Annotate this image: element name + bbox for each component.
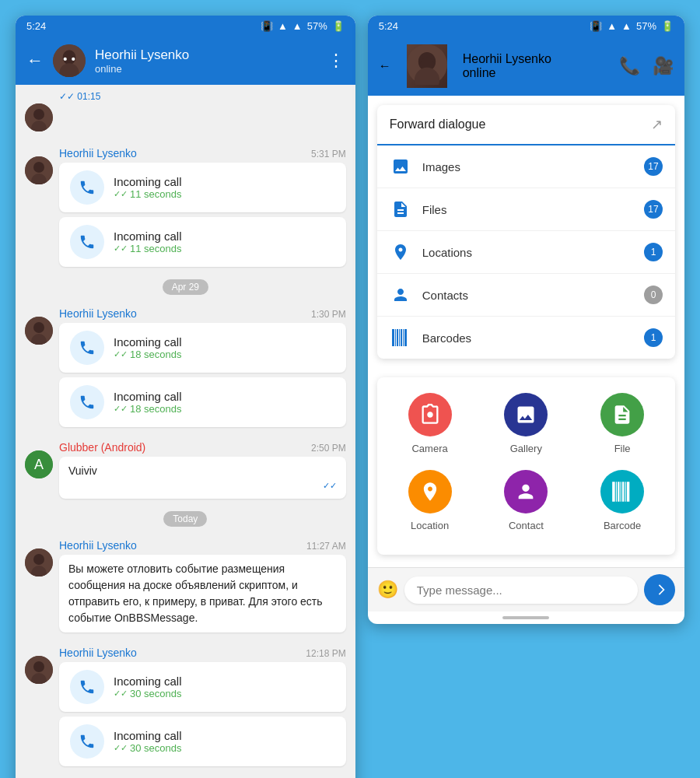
contact-item[interactable]: Contact: [485, 470, 566, 531]
call-icon-1a: [70, 170, 104, 205]
forward-title: Forward dialogue: [390, 117, 486, 131]
vibrate-icon-r: 📳: [590, 20, 602, 32]
messages-col-1: Heorhii Lysenko 5:31 PM Incoming call 11…: [59, 141, 346, 272]
sender-name-4: Heorhii Lysenko: [59, 647, 137, 659]
file-label: File: [614, 443, 631, 454]
sender-avatar-2: [25, 317, 53, 345]
svg-point-6: [33, 109, 44, 120]
left-phone: 5:24 📳 ▲ ▲ 57% 🔋 ← Heorhi: [16, 16, 355, 778]
glubber-name-row: Glubber (Android) 2:50 PM: [59, 441, 346, 454]
right-message-input-bar: 🙂: [368, 567, 684, 612]
call-icon-1b: [70, 225, 104, 259]
voice-call-button[interactable]: 📞: [619, 56, 640, 76]
file-item[interactable]: File: [582, 393, 663, 454]
right-avatar-image: [407, 44, 447, 88]
files-label: Files: [422, 203, 633, 216]
contact-info: Heorhii Lysenko online: [95, 47, 318, 75]
call-icon-2b: [70, 385, 104, 419]
battery-icon-r: 🔋: [661, 20, 674, 32]
locations-label: Locations: [422, 246, 633, 259]
signal-icon: ▲: [292, 20, 303, 32]
call-bubble-1b: Incoming call 11 seconds: [59, 217, 346, 267]
glubber-msg-footer: ✓✓: [68, 479, 337, 492]
forward-item-contacts[interactable]: Contacts 0: [377, 274, 675, 317]
forward-header: Forward dialogue ↗: [377, 105, 675, 145]
emoji-button-right[interactable]: 🙂: [377, 580, 398, 600]
status-icons-right: 📳 ▲ ▲ 57% 🔋: [590, 20, 674, 32]
forward-item-images[interactable]: Images 17: [377, 145, 675, 188]
contact-label: Contact: [509, 520, 544, 531]
sender-avatar-1: [25, 156, 53, 184]
signal-icon-r: ▲: [621, 20, 632, 32]
sender-avatar: [25, 103, 53, 131]
contact-name: Heorhii Lysenko: [95, 47, 318, 63]
time-right: 5:24: [379, 20, 398, 32]
svg-point-9: [33, 162, 44, 173]
call-info-4a: Incoming call 30 seconds: [114, 675, 182, 699]
barcodes-count: 1: [644, 328, 663, 347]
time-left: 5:24: [26, 20, 46, 32]
call-duration-2a: 18 seconds: [114, 349, 182, 360]
messages-col-4: Heorhii Lysenko 12:18 PM Incoming call 3…: [59, 640, 346, 771]
call-title-2b: Incoming call: [114, 390, 182, 403]
message-group: ✓✓ 01:15: [59, 88, 346, 131]
gallery-item[interactable]: Gallery: [485, 393, 566, 454]
svg-point-20: [33, 661, 44, 672]
contacts-label: Contacts: [422, 289, 633, 302]
contact-status: online: [95, 63, 318, 75]
video-call-button[interactable]: 🎥: [653, 56, 674, 76]
sender-avatar-4: [25, 656, 53, 684]
files-count: 17: [644, 200, 663, 219]
files-icon: [390, 198, 411, 220]
msg-time-3: 11:27 AM: [306, 541, 346, 552]
send-button[interactable]: [644, 574, 675, 605]
call-duration-1b: 11 seconds: [114, 243, 182, 254]
message-group-3: Heorhii Lysenko 11:27 AM Вы можете отлов…: [25, 533, 346, 637]
sender-row-1: Heorhii Lysenko 5:31 PM: [59, 147, 346, 159]
back-button[interactable]: ←: [26, 51, 44, 71]
status-bar-left: 5:24 📳 ▲ ▲ 57% 🔋: [16, 16, 355, 37]
battery-text: 57%: [307, 20, 327, 32]
forward-item-files[interactable]: Files 17: [377, 188, 675, 231]
messages-col-5: Heorhii Lysenko 4:46 PM However, there i…: [59, 774, 346, 779]
right-contact-avatar: [407, 44, 447, 88]
call-bubble-2a: Incoming call 18 seconds: [59, 323, 346, 373]
barcodes-label: Barcodes: [422, 331, 633, 345]
attachment-grid: Camera Gallery File Locati: [390, 393, 663, 531]
right-message-input[interactable]: [404, 576, 638, 604]
location-icon-circle: [408, 470, 452, 513]
more-menu-button[interactable]: ⋮: [327, 51, 345, 71]
call-bubble-2b: Incoming call 18 seconds: [59, 377, 346, 427]
camera-icon-circle: [408, 393, 452, 436]
messages-col-3: Heorhii Lysenko 11:27 AM Вы можете отлов…: [59, 533, 346, 637]
contacts-count: 0: [644, 286, 663, 304]
svg-point-12: [33, 322, 44, 333]
barcodes-icon: [390, 327, 411, 349]
swipe-bar-right: [502, 616, 549, 619]
back-button-right[interactable]: ←: [379, 59, 391, 73]
forward-arrow-icon[interactable]: ↗: [651, 116, 663, 133]
barcode-item[interactable]: Barcode: [582, 470, 663, 531]
call-icon-4b: [70, 724, 104, 759]
sender-avatar-3: [25, 548, 53, 576]
call-icon-4a: [70, 670, 104, 704]
camera-item[interactable]: Camera: [390, 393, 471, 454]
images-icon: [390, 156, 411, 177]
forward-item-barcodes[interactable]: Barcodes 1: [377, 317, 675, 359]
contacts-icon: [390, 284, 411, 306]
forward-item-locations[interactable]: Locations 1: [377, 231, 675, 274]
message-group-2: Heorhii Lysenko 1:30 PM Incoming call 18…: [25, 301, 346, 432]
gallery-label: Gallery: [510, 443, 542, 454]
right-contact-status: online: [463, 66, 551, 80]
locations-count: 1: [644, 243, 663, 261]
avatar-image: [53, 44, 86, 77]
messages-col-2: Heorhii Lysenko 1:30 PM Incoming call 18…: [59, 301, 346, 432]
location-item[interactable]: Location: [390, 470, 471, 531]
date-divider-today: Today: [16, 511, 355, 525]
locations-icon: [390, 241, 411, 263]
sender-name-3: Heorhii Lysenko: [59, 539, 137, 552]
call-duration-2b: 18 seconds: [114, 403, 182, 415]
glubber-text: Vuiviv: [68, 464, 97, 477]
images-count: 17: [644, 157, 663, 176]
msg-time-2: 1:30 PM: [311, 309, 346, 320]
